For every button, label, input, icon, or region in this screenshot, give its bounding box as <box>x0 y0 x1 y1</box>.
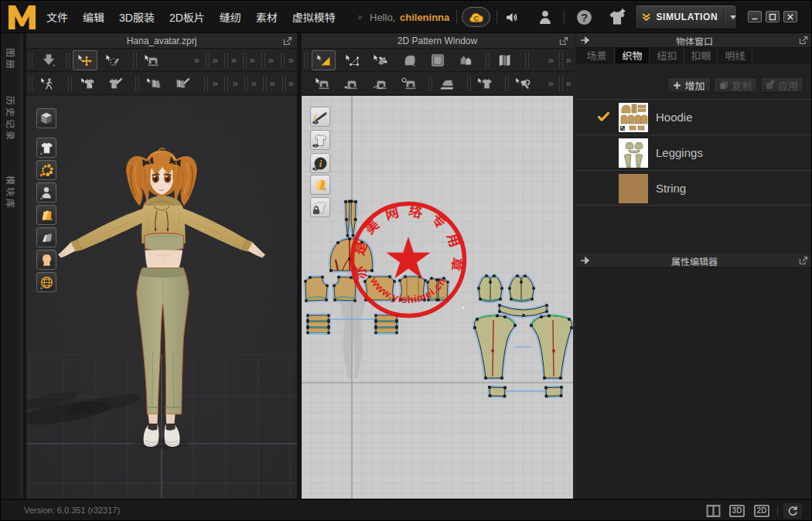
tool-pleats[interactable] <box>493 50 517 70</box>
menu-overflow-icon[interactable]: » <box>357 1 363 33</box>
menu-avatar[interactable]: 虚拟模特 <box>292 9 336 25</box>
tool-simulate[interactable] <box>37 50 60 70</box>
tool-sewing-3d[interactable] <box>140 50 163 70</box>
show-head-button[interactable] <box>36 250 56 270</box>
popout-icon[interactable] <box>283 36 292 46</box>
tool-mn-sewing[interactable] <box>369 73 392 94</box>
object-window-header[interactable]: 物体窗口 <box>576 33 812 48</box>
tool-segment-sewing[interactable] <box>310 73 334 94</box>
sync-button[interactable] <box>783 503 802 519</box>
toolbar-overflow[interactable]: » <box>285 50 296 70</box>
menu-material[interactable]: 素材 <box>256 9 278 25</box>
coin-balance-button[interactable] <box>462 7 490 27</box>
tool-dart[interactable] <box>454 50 477 70</box>
canvas-2d-pattern[interactable]: 亦是美网络专用章www.yishimei.cn <box>302 96 573 499</box>
show-fabric-button[interactable] <box>36 205 56 225</box>
tool-select-mesh[interactable] <box>101 50 125 70</box>
toolbar-overflow[interactable]: » <box>563 73 574 94</box>
panel-2d-titlebar[interactable]: 2D Pattern Window <box>302 33 573 49</box>
tool-edit-sewing[interactable] <box>397 73 421 94</box>
tool-rectangle[interactable] <box>426 50 449 70</box>
fabric-row-string[interactable]: String <box>576 170 812 206</box>
popout-icon[interactable] <box>559 36 568 46</box>
tool-pen-3d[interactable] <box>104 73 128 94</box>
username-label[interactable]: chileninna <box>400 1 449 33</box>
view-2d-button[interactable]: 2D <box>754 505 769 517</box>
tool-avatar-pose[interactable] <box>35 73 60 94</box>
viewport-3d[interactable] <box>26 96 297 499</box>
view-3d-button[interactable]: 3D <box>729 505 745 517</box>
toolbar-overflow[interactable]: » <box>230 73 241 94</box>
menu-sewing[interactable]: 缝纫 <box>220 9 241 25</box>
show-seamlines-button[interactable] <box>310 107 330 127</box>
sidebar-tab-library[interactable]: 图册 <box>5 48 18 71</box>
tool-select-move[interactable] <box>73 50 97 70</box>
toolbar-overflow[interactable]: » <box>545 50 556 70</box>
dock-arrow-icon[interactable] <box>580 256 589 265</box>
fabric-row-leggings[interactable]: Leggings <box>576 135 812 170</box>
toolbar-overflow[interactable]: » <box>191 50 202 70</box>
window-maximize-button[interactable] <box>766 11 780 22</box>
tool-steam-iron[interactable] <box>435 73 459 94</box>
new-garment-button[interactable] <box>607 8 627 26</box>
tab-topstitch[interactable]: 明线 <box>718 48 752 63</box>
show-patterns-button[interactable] <box>310 130 330 150</box>
show-avatar-button[interactable] <box>36 182 56 203</box>
add-button[interactable]: 增加 <box>667 77 711 93</box>
show-wireframe-button[interactable] <box>36 272 56 292</box>
tool-select-garment[interactable] <box>473 73 496 94</box>
toolbar-overflow[interactable]: » <box>247 50 258 70</box>
app-logo-marvelous-designer[interactable] <box>5 3 39 31</box>
tab-fabric[interactable]: 织物 <box>616 48 650 63</box>
tool-edit-texture[interactable] <box>142 73 165 94</box>
apply-button[interactable]: 应用 <box>760 77 803 93</box>
simulation-button[interactable]: SIMULATION <box>635 5 737 29</box>
window-close-button[interactable] <box>783 11 797 22</box>
help-button[interactable] <box>575 9 592 26</box>
toolbar-overflow[interactable]: » <box>285 73 296 94</box>
window-minimize-button[interactable] <box>748 11 762 22</box>
copy-button[interactable]: 复制 <box>714 77 757 93</box>
show-particles-button[interactable] <box>36 160 56 180</box>
sidebar-tab-history[interactable]: 历史记录 <box>5 96 18 142</box>
toolbar-overflow[interactable]: » <box>228 50 239 70</box>
view-mode-solid-button[interactable] <box>36 108 56 128</box>
tab-button[interactable]: 纽扣 <box>650 48 684 63</box>
show-info-button[interactable] <box>310 153 330 173</box>
tool-add-point[interactable] <box>369 50 392 70</box>
popout-icon[interactable] <box>799 256 808 265</box>
toolbar-overflow[interactable]: » <box>265 50 276 70</box>
toolbar-overflow[interactable]: » <box>210 50 220 70</box>
tool-edit-curve-3d[interactable] <box>76 73 100 94</box>
show-garment-button[interactable] <box>36 138 56 158</box>
menu-file[interactable]: 文件 <box>46 9 68 25</box>
tool-polygon[interactable] <box>398 50 421 70</box>
simulation-dropdown-arrow[interactable] <box>730 15 736 19</box>
menu-2d-pattern[interactable]: 2D板片 <box>169 9 205 25</box>
sound-button[interactable] <box>501 11 521 24</box>
tool-free-sewing[interactable] <box>339 73 363 94</box>
tab-scene[interactable]: 场景 <box>579 48 615 63</box>
popout-icon[interactable] <box>799 36 808 45</box>
tab-buttonhole[interactable]: 扣眼 <box>685 48 718 63</box>
toolbar-overflow[interactable]: » <box>267 73 278 94</box>
tool-flatten[interactable] <box>170 73 195 94</box>
lock-patterns-button[interactable] <box>310 197 330 217</box>
toolbar-overflow[interactable]: » <box>545 73 556 94</box>
property-editor-header[interactable]: 属性编辑器 <box>576 254 812 268</box>
sidebar-tab-modular[interactable]: 模块库 <box>5 175 18 210</box>
toolbar-overflow[interactable]: » <box>563 50 574 70</box>
menu-3d-garment[interactable]: 3D服装 <box>119 9 155 25</box>
fabric-row-hoodie[interactable]: Hoodie <box>576 99 812 135</box>
toolbar-overflow[interactable]: » <box>210 73 220 94</box>
tool-edit-print[interactable] <box>510 73 535 94</box>
account-button[interactable] <box>537 10 554 24</box>
show-fabric-2d-button[interactable] <box>310 175 330 195</box>
tool-edit-pattern[interactable] <box>341 50 364 70</box>
tool-transform-pattern[interactable] <box>312 50 336 70</box>
split-view-button[interactable] <box>705 504 722 518</box>
menu-edit[interactable]: 编辑 <box>83 9 104 25</box>
toolbar-overflow[interactable]: » <box>248 73 259 94</box>
show-pattern-button[interactable] <box>36 227 56 247</box>
dock-arrow-icon[interactable] <box>580 36 589 45</box>
